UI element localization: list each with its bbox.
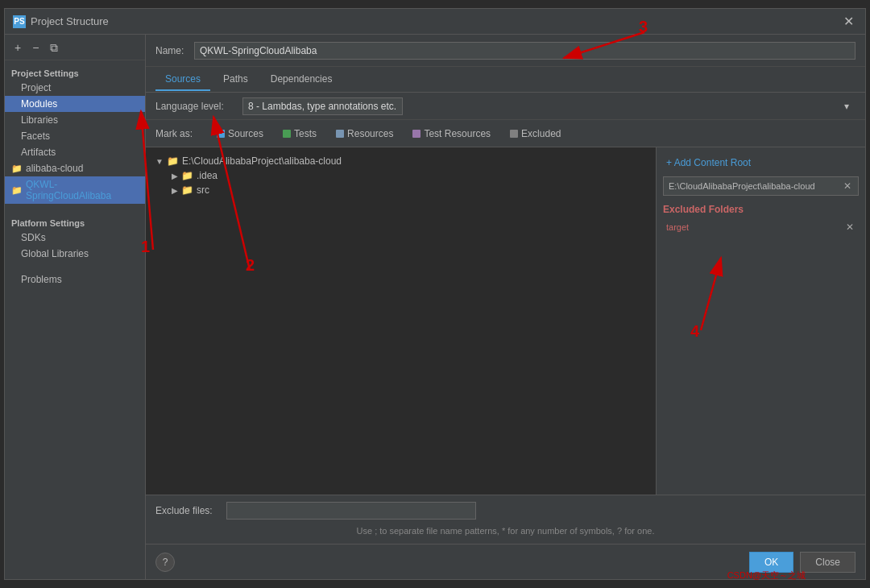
platform-settings-section: Platform Settings (5, 213, 145, 230)
ok-button[interactable]: OK (749, 552, 793, 573)
module-name-input[interactable] (194, 42, 856, 60)
language-level-select[interactable]: 8 - Lambdas, type annotations etc. (242, 97, 403, 115)
tree-idea-row[interactable]: ▶ 📁 .idea (152, 168, 649, 183)
language-level-row: Language level: 8 - Lambdas, type annota… (146, 93, 865, 120)
sidebar-item-project[interactable]: Project (5, 80, 145, 96)
src-folder-label: src (197, 184, 209, 196)
module-alibaba-cloud-label: alibaba-cloud (26, 163, 83, 174)
dialog-body: + − ⧉ Project Settings Project Modules L… (5, 35, 865, 579)
tab-paths[interactable]: Paths (213, 68, 258, 91)
close-button[interactable]: ✕ (840, 14, 857, 30)
sidebar-toolbar: + − ⧉ (5, 35, 145, 60)
right-panel: + Add Content Root E:\CloudAlibabaProjec… (656, 147, 865, 495)
tests-btn-label: Tests (294, 128, 317, 139)
help-button[interactable]: ? (155, 553, 175, 572)
sidebar-item-facets[interactable]: Facets (5, 128, 145, 144)
tabs-bar: Sources Paths Dependencies (146, 67, 865, 93)
dialog-title-text: Project Structure (31, 15, 109, 27)
root-folder-icon: 📁 (167, 155, 179, 167)
sidebar-item-artifacts[interactable]: Artifacts (5, 144, 145, 160)
resources-btn-label: Resources (347, 128, 393, 139)
mark-as-sources-button[interactable]: Sources (210, 126, 270, 141)
mark-as-resources-button[interactable]: Resources (329, 126, 400, 141)
sources-dot (217, 130, 225, 138)
excluded-target-remove-button[interactable]: ✕ (844, 222, 856, 233)
close-dialog-button[interactable]: Close (800, 552, 856, 573)
name-row: Name: (146, 35, 865, 67)
language-level-select-wrapper: 8 - Lambdas, type annotations etc. (242, 97, 856, 115)
folder-icon: 📁 (11, 164, 23, 174)
dialog-title-icon: PS (13, 15, 26, 28)
language-level-label: Language level: (155, 101, 236, 112)
idea-expand-arrow[interactable]: ▶ (172, 172, 178, 180)
content-area: ▼ 📁 E:\CloudAlibabaProject\alibaba-cloud… (146, 147, 865, 495)
dialog-titlebar: PS Project Structure ✕ (5, 9, 865, 35)
mark-as-row: Mark as: Sources Tests Resources Test Re… (146, 120, 865, 147)
sidebar-item-sdks[interactable]: SDKs (5, 230, 145, 246)
bottom-area: Exclude files: Use ; to separate file na… (146, 495, 865, 544)
tab-sources[interactable]: Sources (155, 68, 210, 91)
sidebar-item-problems[interactable]: Problems (5, 271, 145, 288)
mark-as-excluded-button[interactable]: Excluded (503, 126, 567, 141)
copy-module-button[interactable]: ⧉ (47, 40, 61, 55)
tree-src-row[interactable]: ▶ 📁 src (152, 183, 649, 197)
tree-expand-arrow[interactable]: ▼ (155, 157, 164, 166)
sidebar-item-libraries[interactable]: Libraries (5, 112, 145, 128)
root-path-entry: E:\CloudAlibabaProject\alibaba-cloud ✕ (663, 176, 859, 196)
test-resources-btn-label: Test Resources (424, 128, 491, 139)
exclude-files-input[interactable] (226, 502, 476, 520)
sources-btn-label: Sources (228, 128, 263, 139)
project-structure-dialog: PS Project Structure ✕ + − ⧉ Project Set… (4, 8, 866, 580)
root-path-text: E:\CloudAlibabaProject\alibaba-cloud (669, 181, 842, 191)
root-folder-label: E:\CloudAlibabaProject\alibaba-cloud (182, 155, 342, 167)
tree-root-row[interactable]: ▼ 📁 E:\CloudAlibabaProject\alibaba-cloud (152, 154, 649, 168)
sidebar-module-alibaba-cloud[interactable]: 📁 alibaba-cloud (5, 160, 145, 176)
excluded-target-entry: target ✕ (663, 220, 859, 234)
dialog-footer: ? OK Close (146, 544, 865, 579)
excluded-target-label: target (666, 222, 689, 232)
add-content-root-label: + Add Content Root (666, 157, 751, 168)
excluded-btn-label: Excluded (521, 128, 561, 139)
mark-as-label: Mark as: (155, 128, 204, 139)
main-content: Name: Sources Paths Dependencies Languag… (146, 35, 865, 579)
sidebar-item-global-libraries[interactable]: Global Libraries (5, 246, 145, 262)
tab-dependencies[interactable]: Dependencies (261, 68, 342, 91)
sidebar: + − ⧉ Project Settings Project Modules L… (5, 35, 146, 579)
remove-module-button[interactable]: − (29, 40, 42, 55)
src-expand-arrow[interactable]: ▶ (172, 186, 178, 195)
mark-as-test-resources-button[interactable]: Test Resources (406, 126, 497, 141)
src-folder-icon: 📁 (181, 184, 193, 196)
folder-blue-icon: 📁 (11, 185, 23, 196)
mark-as-tests-button[interactable]: Tests (276, 126, 323, 141)
add-content-root-button[interactable]: + Add Content Root (663, 154, 859, 172)
project-settings-section: Project Settings (5, 64, 145, 80)
resources-dot (336, 130, 344, 138)
sidebar-item-modules[interactable]: Modules (5, 96, 145, 112)
exclude-hint-text: Use ; to separate file name patterns, * … (155, 524, 856, 537)
test-resources-dot (412, 130, 420, 138)
sidebar-module-qkwl[interactable]: 📁 QKWL-SpringCloudAlibaba (5, 176, 145, 204)
tests-dot (283, 130, 291, 138)
file-tree-panel: ▼ 📁 E:\CloudAlibabaProject\alibaba-cloud… (146, 147, 656, 495)
name-label: Name: (155, 45, 188, 56)
module-qkwl-label: QKWL-SpringCloudAlibaba (26, 179, 139, 201)
idea-folder-icon: 📁 (181, 170, 193, 181)
dialog-title: PS Project Structure (13, 15, 109, 28)
idea-folder-label: .idea (197, 170, 218, 181)
excluded-dot (510, 130, 518, 138)
excluded-folders-label: Excluded Folders (663, 204, 859, 215)
sidebar-nav: Project Settings Project Modules Librari… (5, 60, 145, 579)
add-module-button[interactable]: + (11, 40, 24, 55)
root-path-remove-button[interactable]: ✕ (842, 180, 853, 192)
exclude-files-label: Exclude files: (155, 505, 220, 516)
exclude-files-row: Exclude files: (155, 502, 856, 520)
